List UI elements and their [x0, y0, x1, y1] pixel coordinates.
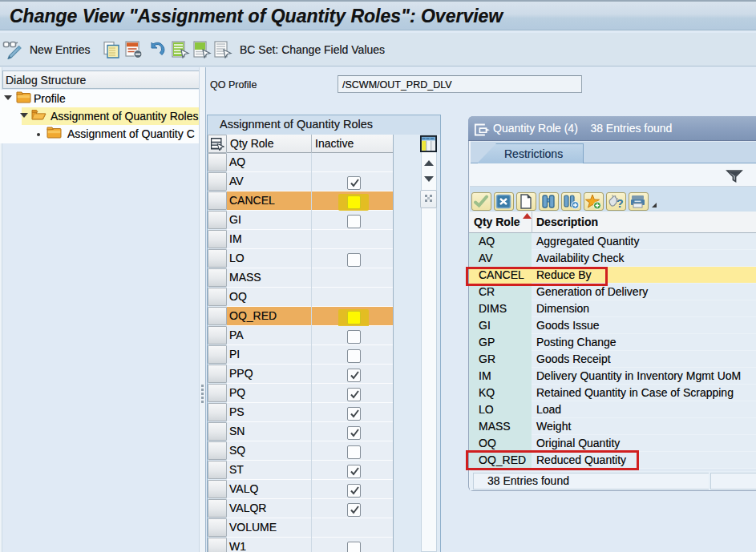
svg-text:?: ? — [617, 197, 624, 210]
